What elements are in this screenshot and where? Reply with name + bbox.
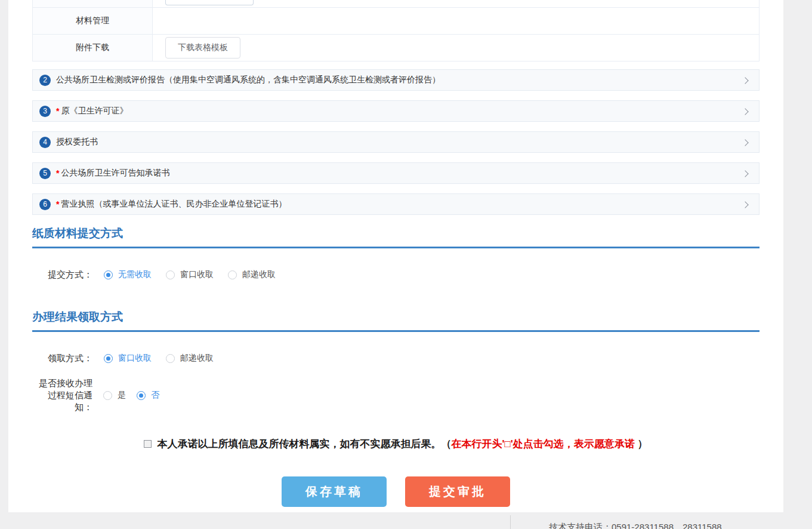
- promise-text: 本人承诺以上所填信息及所传材料属实，如有不实愿承担后果。（在本行开头'□'处点击…: [157, 437, 647, 451]
- row-value-cell: [153, 8, 759, 34]
- radio-icon: [103, 391, 112, 400]
- page: 材料管理 附件下载 下载表格模板 2 公共场所卫生检测或评价报告（使用集中空调通…: [0, 0, 812, 529]
- paper-material-section-title: 纸质材料提交方式: [32, 226, 759, 248]
- accordion-item-3[interactable]: 3 * 原《卫生许可证》: [32, 100, 759, 122]
- content-card: 材料管理 附件下载 下载表格模板 2 公共场所卫生检测或评价报告（使用集中空调通…: [8, 0, 783, 512]
- submit-method-label: 提交方式：: [32, 269, 92, 281]
- chevron-right-icon: [742, 77, 748, 84]
- accordion-item-label: 原《卫生许可证》: [61, 106, 128, 116]
- table-row: [33, 0, 759, 7]
- required-asterisk: *: [56, 199, 59, 209]
- radio-icon: [166, 270, 175, 279]
- accordion-item-label: 公共场所卫生检测或评价报告（使用集中空调通风系统的，含集中空调通风系统卫生检测或…: [56, 75, 440, 85]
- radio-window-pickup[interactable]: 窗口收取: [104, 353, 152, 364]
- chevron-right-icon: [742, 139, 748, 146]
- required-asterisk: *: [56, 168, 59, 178]
- radio-icon: [104, 354, 113, 363]
- material-accordion: 2 公共场所卫生检测或评价报告（使用集中空调通风系统的，含集中空调通风系统卫生检…: [32, 69, 759, 215]
- accordion-item-2[interactable]: 2 公共场所卫生检测或评价报告（使用集中空调通风系统的，含集中空调通风系统卫生检…: [32, 69, 759, 91]
- radio-icon: [166, 354, 175, 363]
- attachment-download-label: 附件下载: [33, 35, 153, 61]
- action-button-row: 保存草稿 提交审批: [32, 476, 759, 507]
- table-row: 材料管理: [33, 7, 759, 34]
- materials-table: 材料管理 附件下载 下载表格模板: [32, 0, 759, 61]
- radio-icon: [137, 391, 146, 400]
- chevron-right-icon: [742, 201, 748, 208]
- radio-sms-no[interactable]: 否: [137, 390, 159, 401]
- support-phone-text: 技术支持电话：0591-28311588、28311588: [549, 522, 722, 529]
- promise-checkbox[interactable]: [144, 440, 152, 448]
- item-number-badge: 2: [39, 75, 51, 86]
- accordion-item-5[interactable]: 5 * 公共场所卫生许可告知承诺书: [32, 162, 759, 184]
- result-pickup-section-title: 办理结果领取方式: [32, 309, 759, 332]
- item-number-badge: 4: [39, 137, 51, 148]
- radio-sms-yes[interactable]: 是: [103, 390, 126, 401]
- promise-row: 本人承诺以上所填信息及所传材料属实，如有不实愿承担后果。（在本行开头'□'处点击…: [32, 437, 759, 451]
- item-number-badge: 5: [39, 168, 51, 179]
- pickup-method-label: 领取方式：: [32, 352, 92, 364]
- download-template-button[interactable]: 下载表格模板: [165, 37, 240, 59]
- row-value-cell: 下载表格模板: [153, 35, 759, 61]
- radio-mail-collection[interactable]: 邮递收取: [228, 269, 276, 280]
- promise-hint-red: 在本行开头'□'处点击勾选，表示愿意承诺: [451, 438, 634, 450]
- sms-notify-label: 是否接收办理 过程短信通 知：: [32, 377, 92, 413]
- clipped-input-fragment: [165, 0, 254, 5]
- pickup-method-field: 领取方式： 窗口收取 邮递收取: [32, 352, 759, 364]
- footer: 技术支持电话：0591-28311588、28311588: [0, 512, 812, 529]
- item-number-badge: 3: [39, 106, 51, 117]
- item-number-badge: 6: [39, 199, 51, 210]
- chevron-right-icon: [742, 108, 748, 115]
- accordion-item-6[interactable]: 6 * 营业执照（或事业单位法人证书、民办非企业单位登记证书）: [32, 193, 759, 215]
- radio-window-collection[interactable]: 窗口收取: [166, 269, 214, 280]
- radio-mail-pickup[interactable]: 邮递收取: [166, 353, 214, 364]
- save-draft-button[interactable]: 保存草稿: [282, 476, 387, 507]
- row-value-cell: [153, 0, 759, 7]
- accordion-item-label: 授权委托书: [56, 137, 98, 147]
- footer-divider: [510, 515, 511, 529]
- submit-approval-button[interactable]: 提交审批: [405, 476, 510, 507]
- required-asterisk: *: [56, 106, 59, 116]
- submit-method-field: 提交方式： 无需收取 窗口收取 邮递收取: [32, 269, 759, 281]
- accordion-item-label: 营业执照（或事业单位法人证书、民办非企业单位登记证书）: [61, 199, 286, 210]
- material-manage-label: 材料管理: [33, 8, 153, 34]
- accordion-item-4[interactable]: 4 授权委托书: [32, 131, 759, 153]
- radio-no-collection[interactable]: 无需收取: [104, 269, 152, 280]
- accordion-item-label: 公共场所卫生许可告知承诺书: [61, 168, 169, 179]
- sms-notify-field: 是否接收办理 过程短信通 知： 是 否: [32, 377, 759, 413]
- radio-icon: [104, 270, 113, 279]
- row-label-cell: [33, 0, 153, 7]
- chevron-right-icon: [742, 170, 748, 177]
- table-row: 附件下载 下载表格模板: [33, 34, 759, 61]
- radio-icon: [228, 270, 237, 279]
